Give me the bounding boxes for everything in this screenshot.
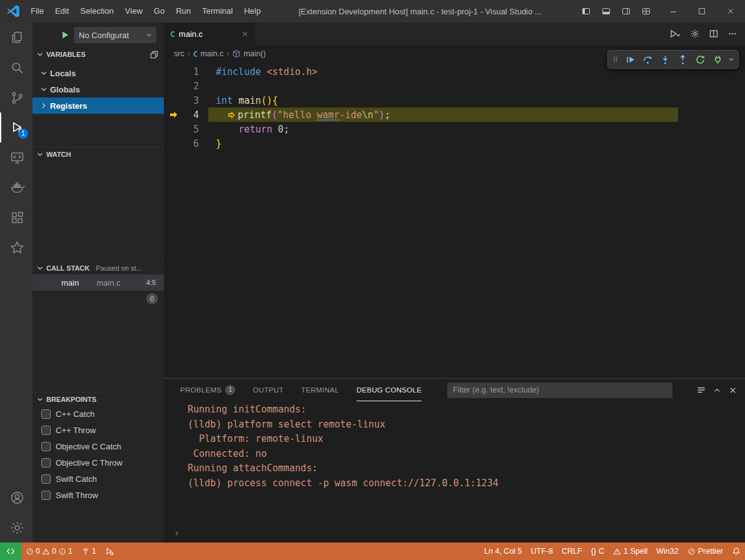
tab-output[interactable]: OUTPUT [253,379,283,401]
breadcrumb-file[interactable]: C main.c [193,49,223,59]
debug-console-output[interactable]: Running initCommands:(lldb) platform sel… [164,401,745,542]
accounts-icon[interactable] [0,482,33,512]
maximize-panel-icon[interactable] [712,386,722,395]
breakpoint-row[interactable]: Swift Catch [33,471,164,487]
menu-selection[interactable]: Selection [74,0,119,22]
line-number[interactable]: 6 [164,138,199,149]
drag-handle-icon[interactable] [611,55,621,64]
more-actions-icon[interactable] [725,26,740,41]
close-button[interactable] [716,0,745,22]
docker-icon[interactable] [0,172,33,202]
output-actions-icon[interactable] [696,385,706,395]
breakpoints-section-header[interactable]: BREAKPOINTS [33,392,164,406]
breakpoint-row[interactable]: Swift Throw [33,487,164,503]
formatter-status[interactable]: Prettier [683,542,727,560]
line-number[interactable]: 4 [164,109,199,121]
debug-settings-gear-icon[interactable] [687,26,702,41]
run-file-icon[interactable] [666,26,684,41]
continue-icon[interactable] [622,51,638,68]
menu-help[interactable]: Help [238,0,266,22]
breakpoint-checkbox[interactable] [41,458,51,468]
breakpoint-row[interactable]: Objective C Catch [33,438,164,454]
call-stack-section-header[interactable]: CALL STACK Paused on st... [33,261,164,274]
variables-scope-locals[interactable]: Locals [33,65,164,81]
settings-gear-icon[interactable] [0,512,33,542]
console-input-chevron[interactable]: › [174,528,180,539]
remote-explorer-icon[interactable] [0,142,33,172]
tab-terminal[interactable]: TERMINAL [301,379,339,401]
step-over-icon[interactable] [639,51,656,68]
console-line: (lldb) process connect -p wasm connect:/… [188,478,745,492]
maximize-button[interactable] [687,0,716,22]
problems-status[interactable]: 0 0 1 [21,542,77,560]
code-line-5[interactable]: 5 return 0; [164,122,745,136]
start-debugging-icon[interactable] [60,30,70,40]
menu-go[interactable]: Go [148,0,170,22]
run-and-debug-icon[interactable]: 1 [0,112,33,142]
breakpoint-checkbox[interactable] [41,409,51,419]
step-out-icon[interactable] [674,51,691,68]
code-line-6[interactable]: 6} [164,136,745,151]
line-number[interactable]: 2 [164,81,199,92]
menu-edit[interactable]: Edit [49,0,74,22]
variables-scope-registers[interactable]: Registers [33,98,164,114]
close-panel-icon[interactable] [728,386,737,395]
code-line-4[interactable]: 4 printf("hello wamr-ide\n"); [164,108,745,122]
language-mode[interactable]: {} C [587,542,609,560]
breakpoint-row[interactable]: C++ Throw [33,422,164,438]
code-line-3[interactable]: 3int main(){ [164,93,745,108]
source-control-icon[interactable] [0,82,33,112]
eol-indicator[interactable]: CRLF [557,542,587,560]
ports-status[interactable]: 1 [77,542,101,560]
collapse-all-icon[interactable] [150,50,159,59]
tab-debug-console[interactable]: DEBUG CONSOLE [357,379,422,401]
line-number[interactable]: 5 [164,124,199,135]
breadcrumb-src[interactable]: src [174,49,185,58]
search-icon[interactable] [0,52,33,82]
menu-file[interactable]: File [25,0,49,22]
code-editor[interactable]: 1#include <stdio.h>23int main(){4 printf… [164,62,745,378]
breakpoint-checkbox[interactable] [41,474,51,484]
cursor-position[interactable]: Ln 4, Col 5 [480,542,526,560]
line-number[interactable]: 1 [164,66,199,78]
breakpoint-checkbox[interactable] [41,426,51,435]
chevron-down-icon[interactable] [727,51,736,68]
toggle-secondary-sidebar-icon[interactable] [617,2,635,20]
toggle-sidebar-icon[interactable] [577,2,595,20]
watch-section-header[interactable]: WATCH [33,147,164,161]
disconnect-icon[interactable] [709,51,726,68]
breakpoint-checkbox[interactable] [41,442,51,451]
stack-frame-row[interactable]: main main.c 4:5 [33,274,164,291]
explorer-icon[interactable] [0,22,33,52]
encoding-indicator[interactable]: UTF-8 [527,542,557,560]
remote-indicator[interactable] [0,542,21,560]
menu-run[interactable]: Run [170,0,196,22]
debug-config-dropdown[interactable]: No Configurat [74,27,156,43]
code-line-2[interactable]: 2 [164,79,745,93]
breadcrumb-symbol[interactable]: main() [232,49,265,58]
close-tab-icon[interactable] [241,30,249,38]
menu-terminal[interactable]: Terminal [196,0,238,22]
extensions-icon[interactable] [0,202,33,232]
variables-scope-globals[interactable]: Globals [33,81,164,98]
breakpoint-checkbox[interactable] [41,491,51,500]
tab-main-c[interactable]: C main.c [164,22,255,45]
split-editor-icon[interactable] [706,26,721,41]
notifications-bell-icon[interactable] [727,542,745,560]
debug-status-icon[interactable] [101,542,118,560]
breakpoint-row[interactable]: Objective C Throw [33,454,164,471]
console-filter-input[interactable] [447,382,672,398]
line-number[interactable]: 3 [164,95,199,106]
minimize-button[interactable] [659,0,687,22]
step-into-icon[interactable] [657,51,673,68]
platform-indicator[interactable]: Win32 [652,542,682,560]
variables-section-header[interactable]: VARIABLES [33,48,164,61]
menu-view[interactable]: View [119,0,148,22]
customize-layout-icon[interactable] [637,2,655,20]
restart-icon[interactable] [692,51,708,68]
toggle-panel-icon[interactable] [597,2,615,20]
tab-problems[interactable]: PROBLEMS 1 [180,379,235,401]
star-extension-icon[interactable] [0,232,33,262]
breakpoint-row[interactable]: C++ Catch [33,406,164,422]
spell-checker-status[interactable]: 1 Spell [609,542,652,560]
